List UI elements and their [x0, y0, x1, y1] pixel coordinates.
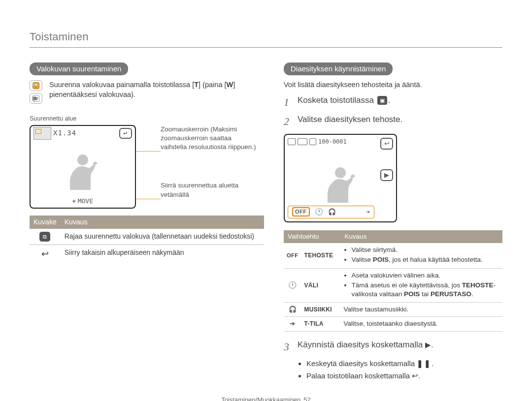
zoom-w-button: W — [30, 93, 42, 104]
step-number-1: 1 — [284, 95, 293, 110]
slideshow-option-bar[interactable]: OFF — [288, 206, 374, 218]
th-icon: Kuvake — [30, 216, 61, 229]
pause-icon: ❚❚ — [417, 359, 432, 368]
after-bullet-pause: Keskeytä diaesitys koskettamalla ❚❚. — [306, 359, 502, 369]
section-heading-enlarge: Valokuvan suurentaminen — [30, 62, 128, 75]
slideshow-options-table: Vaihtoehto Kuvaus OFF TEHOSTE Valitse si… — [284, 230, 502, 332]
tmode-desc: Valitse, toistetaanko diaesitystä. — [341, 317, 503, 331]
icon-table-enlarge: Kuvake Kuvaus ⧉ Rajaa suurennettu valoku… — [30, 216, 264, 263]
section-heading-slideshow: Diaesityksen käynnistäminen — [284, 62, 393, 75]
caption-enlarged-area: Suurennettu alue — [30, 115, 264, 123]
page-title: Toistaminen — [30, 30, 502, 48]
right-column: Diaesityksen käynnistäminen Voit lisätä … — [284, 62, 502, 383]
slideshow-intro: Voit lisätä diaesitykseen tehosteita ja … — [284, 80, 502, 90]
zoom-rocker-illustration: T W — [30, 80, 44, 106]
row-return-desc: Siirry takaisin alkuperäiseen näkymään — [61, 245, 264, 263]
back-button[interactable]: ↩ — [119, 128, 132, 139]
option-effect-off-icon: OFF — [292, 207, 310, 216]
option-more-icon — [366, 208, 370, 216]
effect-off-icon: OFF — [287, 252, 299, 258]
annotation-drag: Siirrä suurennettua aluetta vetämällä — [161, 181, 264, 199]
crop-icon: ⧉ — [39, 232, 50, 242]
step-number-3: 3 — [284, 339, 293, 354]
interval-desc-1: Aseta valokuvien välinen aika. — [352, 271, 500, 280]
label-music: MUSIIKKI — [301, 303, 341, 317]
th-option: Vaihtoehto — [284, 230, 341, 243]
label-effect: TEHOSTE — [301, 243, 341, 268]
camera-screen-slideshow: 100-0001 ↩ ▶ OFF — [284, 134, 397, 222]
battery-icon — [298, 138, 307, 145]
step-2-text: Valitse diaesityksen tehoste. — [298, 114, 402, 125]
page-footer: Toistaminen/Muokkaaminen52 — [30, 396, 502, 401]
row-crop-desc: Rajaa suurennettu valokuva (tallennetaan… — [61, 229, 264, 245]
annotation-zoom-factor: Zoomauskerroin (Maksimi zoomauskerroin s… — [161, 125, 259, 152]
after-bullet-return: Palaa toistotilaan koskettamalla ↩. — [306, 371, 502, 381]
interval-icon — [288, 281, 297, 289]
option-music-icon — [328, 208, 336, 216]
back-button[interactable]: ↩ — [380, 138, 393, 150]
play-triangle-icon: ▶ — [425, 340, 431, 349]
interval-desc-2: Tämä asetus ei ole käytettävissä, jos TE… — [352, 281, 500, 299]
return-icon: ↩ — [41, 248, 49, 260]
th-desc: Kuvaus — [341, 230, 503, 243]
step-number-2: 2 — [284, 114, 293, 129]
photo-silhouette — [56, 146, 110, 195]
zoom-t-button: T — [30, 80, 42, 91]
music-desc: Valitse taustamusiikki. — [341, 303, 503, 317]
label-tmode: T-TILA — [301, 317, 341, 331]
step-1-text: Kosketa toistotilassa ▣. — [298, 95, 390, 106]
slideshow-mode-icon: ▣ — [377, 96, 387, 105]
option-interval-icon — [315, 207, 323, 216]
effect-desc-1: Valitse siirtymä. — [352, 246, 500, 254]
play-mode-icon — [288, 138, 296, 145]
effect-desc-2: Valitse POIS, jos et halua käyttää tehos… — [352, 255, 500, 264]
move-indicator: ✥MOVE — [72, 197, 93, 206]
card-icon — [309, 138, 316, 145]
th-desc: Kuvaus — [61, 216, 264, 229]
thumbnail-inset — [33, 127, 51, 140]
music-icon — [289, 306, 297, 313]
camera-screen-zoom: X1.34 ↩ ✥MOVE — [30, 125, 136, 209]
file-counter: 100-0001 — [318, 138, 347, 146]
tmode-icon — [290, 320, 295, 327]
label-interval: VÄLI — [301, 268, 341, 303]
step-3-text: Käynnistä diaesitys koskettamalla ▶. — [298, 339, 433, 351]
photo-silhouette — [313, 158, 367, 208]
left-column: Valokuvan suurentaminen T W Suurenna val… — [30, 62, 264, 383]
zoom-factor-readout: X1.34 — [53, 128, 119, 138]
enlarge-instruction: Suurenna valokuvaa painamalla toistotila… — [49, 80, 264, 99]
return-icon: ↩ — [412, 371, 418, 380]
